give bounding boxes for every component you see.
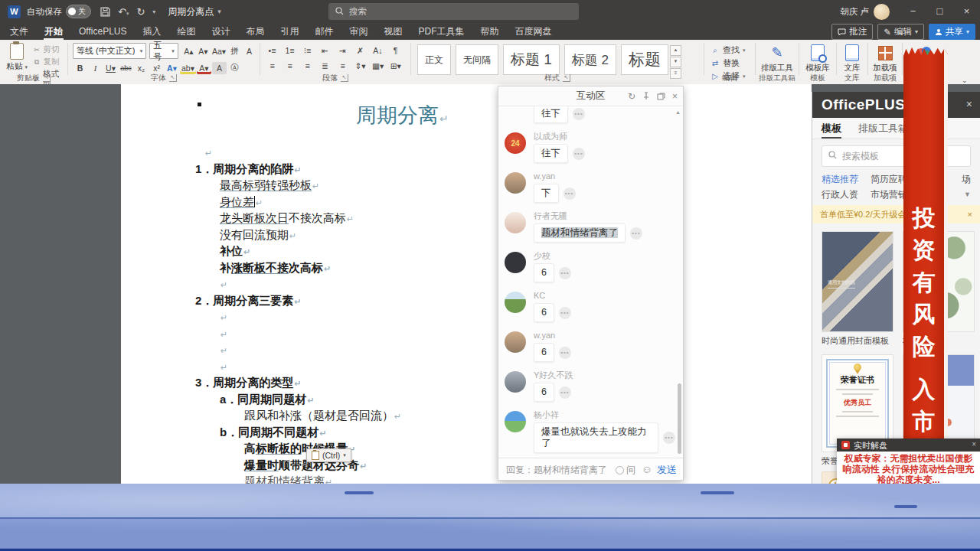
category-精选推荐[interactable]: 精选推荐 [822, 171, 858, 187]
ribbon-icon[interactable]: A↓ [371, 44, 385, 57]
dialog-launcher-icon[interactable]: ↘ [341, 74, 348, 82]
chevron-down-icon[interactable]: ▼ [964, 187, 971, 202]
category-简历应聘[interactable]: 简历应聘 [871, 171, 907, 187]
emoji-reaction-icon[interactable]: ••• [573, 148, 585, 160]
ribbon-icon[interactable]: ≡ [265, 60, 279, 72]
ribbon-icon[interactable]: Aa▾ [211, 45, 227, 57]
ribbon-icon[interactable]: ▦▾ [371, 60, 385, 72]
styles-down-icon[interactable]: ▼ [670, 57, 681, 67]
close-icon[interactable]: × [672, 91, 678, 102]
ribbon-icon[interactable]: 拼 [227, 45, 242, 57]
reply-input[interactable]: 回复：题材和情绪背离了 [506, 464, 607, 477]
autosave-toggle[interactable]: 关 [66, 5, 91, 18]
ribbon-icon[interactable]: ⇤ [318, 44, 332, 57]
menu-tab-百度网盘[interactable]: 百度网盘 [514, 23, 552, 40]
copy-button[interactable]: ⧉复制 [33, 57, 67, 67]
dialog-launcher-icon[interactable]: ↘ [43, 74, 51, 82]
search-input[interactable]: 搜索 [328, 3, 579, 20]
ribbon-查找-button[interactable]: ⌕查找▾ [710, 44, 755, 56]
wenku-button[interactable]: 文库 [837, 40, 867, 72]
minimize-button[interactable]: − [900, 0, 926, 23]
comments-button[interactable]: 批注 [831, 24, 873, 40]
menu-tab-OfficePLUS[interactable]: OfficePLUS [78, 23, 127, 40]
cut-button[interactable]: ✂剪切 [33, 44, 67, 55]
emoji-reaction-icon[interactable]: ••• [559, 307, 571, 319]
account-user[interactable]: 朝庆 卢 [840, 0, 890, 23]
category-行政人资[interactable]: 行政人资 [822, 187, 858, 202]
style-card-标题 2[interactable]: 标题 2 [564, 44, 616, 75]
style-card-无间隔[interactable]: 无间隔 [456, 44, 498, 75]
template-library-button[interactable]: 模板库 [799, 40, 836, 72]
emoji-icon[interactable]: ☺ [642, 463, 652, 475]
menu-tab-插入[interactable]: 插入 [142, 23, 162, 40]
ribbon-icon[interactable]: ≡ [335, 60, 350, 72]
category-市场营销[interactable]: 市场营销 [871, 187, 907, 202]
ribbon-icon[interactable]: A▾ [196, 45, 211, 57]
quick-access-more-icon[interactable]: ▾ [152, 8, 155, 15]
emoji-reaction-icon[interactable]: ••• [559, 267, 571, 279]
ribbon-icon[interactable]: ⇕▾ [353, 60, 368, 72]
ribbon-icon[interactable]: •≡ [265, 44, 279, 57]
save-icon[interactable] [100, 7, 110, 17]
sidebar-tab-模板[interactable]: 模板 [822, 119, 841, 139]
sidebar-tab-排版工具箱[interactable]: 排版工具箱 [858, 119, 908, 139]
ribbon-替换-button[interactable]: ⇄替换 [710, 57, 755, 69]
menu-tab-视图[interactable]: 视图 [383, 23, 403, 40]
menu-tab-帮助[interactable]: 帮助 [479, 23, 499, 40]
emoji-reaction-icon[interactable]: ••• [663, 432, 675, 444]
template-search-input[interactable]: 搜索模板 [822, 145, 971, 167]
addins-button[interactable]: 加载项 [868, 40, 902, 72]
chat-scrollbar[interactable] [678, 383, 681, 454]
emoji-reaction-icon[interactable]: ••• [630, 227, 642, 240]
style-card-正文[interactable]: 正文 [417, 44, 451, 75]
redo-icon[interactable]: ↻ [136, 6, 145, 18]
pin-icon[interactable] [642, 92, 650, 100]
emoji-reaction-icon[interactable]: ••• [559, 347, 571, 359]
menu-tab-引用[interactable]: 引用 [279, 23, 299, 40]
undo-icon[interactable]: ↶▾ [118, 6, 129, 18]
refresh-icon[interactable]: ↻ [628, 91, 635, 102]
ribbon-icon[interactable]: ✗ [353, 44, 368, 57]
menu-tab-开始[interactable]: 开始 [44, 23, 64, 40]
style-card-标题 1[interactable]: 标题 1 [503, 44, 560, 75]
emoji-reaction-icon[interactable]: ••• [573, 108, 585, 120]
document-page[interactable]: 周期分离↵↵1．周期分离的陷阱↵最高标弱转强秒板↵身位差↵龙头断板次日不接次高标… [121, 84, 812, 484]
close-button[interactable]: × [953, 0, 980, 23]
close-icon[interactable]: × [966, 98, 972, 110]
emoji-reaction-icon[interactable]: ••• [564, 187, 576, 200]
popout-icon[interactable] [657, 93, 665, 100]
menu-tab-邮件[interactable]: 邮件 [314, 23, 334, 40]
menu-tab-审阅[interactable]: 审阅 [348, 23, 368, 40]
ask-option[interactable]: 问 [616, 464, 635, 477]
chat-message-list[interactable]: 往下•••24以成为师往下•••w.yan下•••行者无疆题材和情绪背离了•••… [498, 106, 675, 458]
close-icon[interactable]: × [968, 210, 972, 219]
promo-banner[interactable]: 首单低至¥0.2/天升级会员× [812, 205, 980, 223]
ribbon-icon[interactable]: ⊞▾ [388, 60, 403, 72]
ribbon-icon[interactable]: ≣ [318, 60, 332, 72]
ribbon-icon[interactable]: ⇥ [335, 44, 350, 57]
layout-tool-button[interactable]: ✎排版工具 [756, 40, 799, 72]
share-button[interactable]: 共享▾ [929, 24, 975, 40]
ribbon-icon[interactable]: A▴ [181, 45, 196, 57]
menu-tab-文件[interactable]: 文件 [9, 23, 29, 40]
dialog-launcher-icon[interactable]: ↘ [563, 74, 570, 82]
menu-tab-PDF工具集[interactable]: PDF工具集 [417, 23, 465, 40]
ribbon-icon[interactable]: ≡ [283, 60, 297, 72]
ribbon-icon[interactable]: A [242, 45, 256, 57]
ribbon-icon[interactable]: ≡ [300, 60, 315, 72]
send-button[interactable]: 发送 [657, 463, 677, 477]
paste-options-button[interactable]: (Ctrl) ▾ [306, 448, 351, 462]
font-name-select[interactable]: 等线 (中文正文)▾ [73, 43, 146, 59]
dialog-launcher-icon[interactable]: ↘ [169, 74, 177, 82]
template-card[interactable]: 通用文档封面 时尚通用封面模板 [822, 231, 893, 347]
maximize-button[interactable]: □ [926, 0, 953, 23]
category-fragment[interactable]: 场 [962, 171, 971, 187]
collapse-ribbon-icon[interactable]: ⌄ [962, 77, 968, 84]
ribbon-icon[interactable]: ⁝≡ [300, 44, 315, 57]
close-icon[interactable]: × [972, 440, 976, 448]
menu-tab-布局[interactable]: 布局 [245, 23, 265, 40]
ribbon-icon[interactable]: ¶ [388, 44, 403, 57]
font-size-select[interactable]: 五号▾ [149, 43, 178, 59]
emoji-reaction-icon[interactable]: ••• [559, 386, 571, 399]
style-card-标题[interactable]: 标题 [621, 44, 668, 75]
